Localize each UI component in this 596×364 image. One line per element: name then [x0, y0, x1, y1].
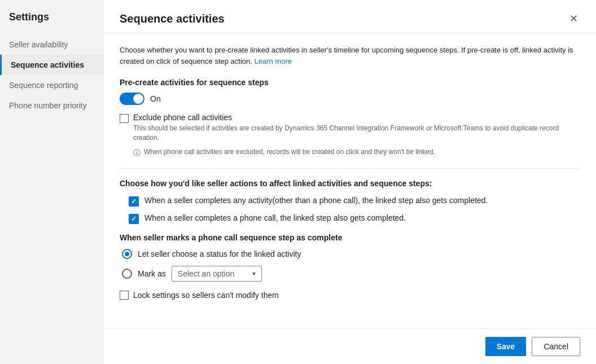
phone-call-label: When seller marks a phone call sequence …	[120, 233, 580, 242]
radio-option1-label: Let seller choose a status for the linke…	[138, 249, 301, 258]
sidebar-item-sequence-reporting[interactable]: Sequence reporting	[0, 75, 104, 95]
sidebar-item-sequence-activities[interactable]: Sequence activities	[0, 55, 104, 75]
mark-as-dropdown[interactable]: Select an option ▾	[172, 266, 262, 282]
radio-row-1: Let seller choose a status for the linke…	[122, 249, 580, 259]
sidebar-item-phone-number-priority[interactable]: Phone number priority	[0, 95, 104, 116]
exclude-phone-checkbox[interactable]	[120, 114, 129, 123]
close-button[interactable]: ✕	[567, 11, 580, 26]
select-placeholder: Select an option	[178, 269, 234, 278]
lock-settings-row: Lock settings so sellers can't modify th…	[120, 291, 580, 300]
seller-action-checkbox1-label: When a seller completes any activity(oth…	[144, 196, 488, 205]
seller-action-checkbox2[interactable]	[129, 214, 139, 224]
exclude-phone-sub: This should be selected if activities ar…	[133, 124, 580, 143]
panel-title: Sequence activities	[120, 12, 225, 25]
toggle-label: On	[150, 94, 161, 103]
mark-as-label: Mark as	[138, 269, 166, 278]
pre-create-label: Pre-create activities for sequence steps	[120, 78, 580, 87]
phone-call-section: When seller marks a phone call sequence …	[120, 233, 580, 282]
chevron-down-icon: ▾	[252, 270, 256, 278]
seller-action-checkbox2-label: When a seller completes a phone call, th…	[144, 213, 406, 222]
exclude-phone-row: Exclude phone call activities This shoul…	[120, 113, 580, 143]
learn-more-link[interactable]: Learn more	[255, 57, 292, 65]
toggle-row: On	[120, 93, 580, 105]
seller-actions-label: Choose how you'd like seller actions to …	[120, 179, 580, 188]
mark-as-row: Mark as Select an option ▾	[122, 266, 580, 282]
save-button[interactable]: Save	[485, 337, 527, 356]
section-divider	[120, 168, 580, 169]
settings-title: Settings	[0, 11, 104, 34]
info-row: ⓘ When phone call activities are exclude…	[133, 147, 580, 158]
lock-settings-label: Lock settings so sellers can't modify th…	[133, 291, 279, 300]
lock-settings-checkbox[interactable]	[120, 291, 129, 300]
seller-action-checkbox1[interactable]	[129, 196, 139, 207]
radio-option2[interactable]	[122, 269, 132, 279]
cancel-button[interactable]: Cancel	[532, 337, 580, 356]
panel-body: Choose whether you want to pre-create li…	[104, 33, 596, 328]
seller-action-checkbox1-row: When a seller completes any activity(oth…	[129, 196, 580, 207]
pre-create-toggle[interactable]	[120, 93, 144, 105]
panel-header: Sequence activities ✕	[104, 0, 596, 33]
info-text: When phone call activities are excluded,…	[144, 147, 435, 157]
radio-option1[interactable]	[122, 249, 132, 259]
main-panel: Sequence activities ✕ Choose whether you…	[104, 0, 596, 364]
seller-action-checkbox2-row: When a seller completes a phone call, th…	[129, 213, 580, 224]
info-icon: ⓘ	[133, 148, 141, 158]
panel-footer: Save Cancel	[104, 328, 596, 364]
exclude-phone-label: Exclude phone call activities	[133, 113, 580, 122]
description-text: Choose whether you want to pre-create li…	[120, 45, 580, 67]
sidebar: Settings Seller availability Sequence ac…	[0, 0, 104, 364]
sidebar-item-seller-availability[interactable]: Seller availability	[0, 34, 104, 55]
